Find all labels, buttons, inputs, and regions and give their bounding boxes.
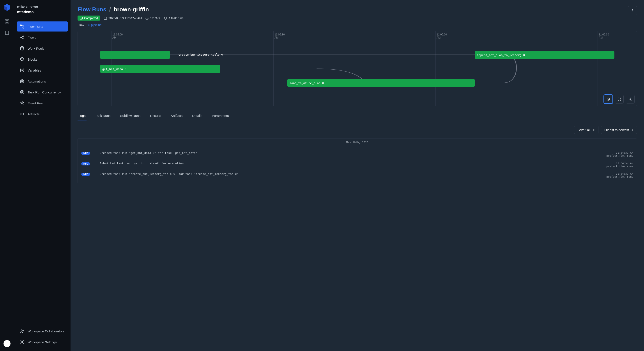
gantt-task-bar[interactable]: load_to_azure_blob-0 xyxy=(288,79,475,87)
gantt-task-bar[interactable]: append_bnt_blob_to_iceberg-0 xyxy=(475,51,614,59)
sidebar-item-label: Blocks xyxy=(28,57,37,61)
variables-icon xyxy=(20,68,24,73)
expand-icon xyxy=(617,97,621,101)
tab-artifacts[interactable]: Artifacts xyxy=(170,111,183,121)
sort-icon xyxy=(592,129,595,131)
svg-rect-2 xyxy=(5,22,6,23)
log-message: Created task run 'create_bnt_iceberg_tab… xyxy=(100,172,603,175)
sidebar: mikekutzma mtademo Flow Runs Flows Work … xyxy=(14,0,70,351)
log-level-badge: INFO xyxy=(81,152,90,155)
log-message: Created task run 'get_bnt_data-0' for ta… xyxy=(100,151,603,154)
sidebar-item-label: Flows xyxy=(28,36,36,39)
log-meta: 11:04:57 AM prefect.flow_runs xyxy=(606,162,633,168)
artifacts-icon xyxy=(20,112,24,116)
gantt-task-label: create_bnt_iceberg_table-0 xyxy=(178,53,223,56)
log-sort-select[interactable]: Oldest to newest xyxy=(601,126,637,134)
dashboard-icon[interactable] xyxy=(4,19,10,24)
svg-point-30 xyxy=(89,25,89,26)
check-icon xyxy=(80,17,83,20)
svg-rect-17 xyxy=(20,80,24,83)
prefect-logo-icon[interactable] xyxy=(4,4,10,13)
sidebar-item-workspace-collaborators[interactable]: Workspace Collaborators xyxy=(17,326,68,336)
flow-link[interactable]: pipeline xyxy=(86,23,102,27)
sidebar-item-label: Flow Runs xyxy=(28,25,43,28)
log-message: Submitted task run 'get_bnt_data-0' for … xyxy=(100,162,603,165)
svg-point-23 xyxy=(22,330,24,331)
sidebar-item-label: Variables xyxy=(28,68,41,72)
tab-task-runs[interactable]: Task Runs xyxy=(94,111,112,121)
svg-point-22 xyxy=(21,330,22,331)
svg-point-35 xyxy=(608,99,609,100)
hexagon-icon xyxy=(164,16,167,20)
gantt-task-bar[interactable]: get_bnt_data-0 xyxy=(100,65,220,73)
tab-results[interactable]: Results xyxy=(149,111,162,121)
sidebar-item-label: Task Run Concurrency xyxy=(28,90,61,94)
sidebar-workspace: mtademo xyxy=(17,10,68,14)
sidebar-item-automations[interactable]: Automations xyxy=(17,76,68,86)
log-meta: 11:04:57 AM prefect.flow_runs xyxy=(606,151,633,157)
log-entry: INFO Submitted task run 'get_bnt_data-0'… xyxy=(80,160,634,170)
gantt-fullscreen-button[interactable] xyxy=(615,95,624,103)
svg-point-31 xyxy=(632,9,632,10)
sidebar-item-workspace-settings[interactable]: Workspace Settings xyxy=(17,337,68,347)
tab-subflow-runs[interactable]: Subflow Runs xyxy=(120,111,142,121)
sidebar-item-flow-runs[interactable]: Flow Runs xyxy=(17,21,68,31)
sidebar-item-label: Workspace Settings xyxy=(28,340,57,344)
svg-point-24 xyxy=(22,341,23,343)
sidebar-item-event-feed[interactable]: Event Feed xyxy=(17,98,68,108)
sidebar-item-task-run-concurrency[interactable]: Task Run Concurrency xyxy=(17,87,68,97)
svg-rect-3 xyxy=(8,22,9,23)
status-badge: Completed xyxy=(78,15,100,20)
svg-point-16 xyxy=(20,47,24,48)
svg-point-28 xyxy=(87,25,88,25)
tab-logs[interactable]: Logs xyxy=(78,111,86,121)
event-feed-icon xyxy=(20,101,24,105)
settings-icon xyxy=(20,340,24,345)
breadcrumb-root[interactable]: Flow Runs xyxy=(78,6,106,13)
sidebar-item-blocks[interactable]: Blocks xyxy=(17,54,68,64)
sidebar-username: mikekutzma xyxy=(17,5,68,9)
gantt-center-button[interactable] xyxy=(604,95,613,103)
svg-point-36 xyxy=(630,99,631,100)
svg-point-12 xyxy=(23,27,24,28)
calendar-icon xyxy=(104,16,107,20)
svg-rect-0 xyxy=(5,20,6,21)
sidebar-item-artifacts[interactable]: Artifacts xyxy=(17,109,68,119)
user-avatar[interactable] xyxy=(4,340,10,347)
more-actions-button[interactable] xyxy=(628,6,637,15)
sidebar-item-label: Work Pools xyxy=(28,47,44,50)
gantt-chart[interactable]: 11:05:00 AM 11:05:30 AM 11:06:00 AM 11:0… xyxy=(78,31,637,106)
log-panel: May 19th, 2023 INFO Created task run 'ge… xyxy=(78,138,637,183)
sidebar-item-label: Workspace Collaborators xyxy=(28,329,64,333)
breadcrumb: Flow Runs / brown-griffin xyxy=(78,6,184,13)
log-level-badge: INFO xyxy=(81,173,90,176)
organization-icon[interactable] xyxy=(4,30,10,35)
sidebar-item-variables[interactable]: Variables xyxy=(17,65,68,75)
sidebar-item-label: Artifacts xyxy=(28,112,40,116)
blocks-icon xyxy=(20,57,24,62)
left-rail xyxy=(0,0,14,351)
log-level-select[interactable]: Level: all xyxy=(574,126,598,134)
main-content: Flow Runs / brown-griffin Completed 2023… xyxy=(70,0,644,351)
flow-label: Flow xyxy=(78,23,84,27)
flows-icon xyxy=(20,35,24,40)
gantt-tick: 11:06:00 AM xyxy=(436,33,447,39)
gantt-settings-button[interactable] xyxy=(626,95,634,103)
sidebar-item-label: Event Feed xyxy=(28,101,44,105)
kebab-icon xyxy=(630,9,634,13)
sidebar-item-work-pools[interactable]: Work Pools xyxy=(17,43,68,53)
svg-rect-26 xyxy=(104,17,107,19)
svg-rect-1 xyxy=(8,20,9,21)
svg-point-21 xyxy=(22,91,23,93)
log-date: May 19th, 2023 xyxy=(80,139,634,146)
flow-runs-icon xyxy=(20,24,24,29)
automations-icon xyxy=(20,79,24,84)
svg-point-32 xyxy=(632,10,632,11)
gantt-task-bar[interactable] xyxy=(100,51,170,59)
sidebar-item-flows[interactable]: Flows xyxy=(17,32,68,42)
svg-point-18 xyxy=(21,81,22,82)
sidebar-item-label: Automations xyxy=(28,79,46,83)
duration: 1m 37s xyxy=(145,16,160,20)
tab-details[interactable]: Details xyxy=(191,111,203,121)
tab-parameters[interactable]: Parameters xyxy=(211,111,230,121)
